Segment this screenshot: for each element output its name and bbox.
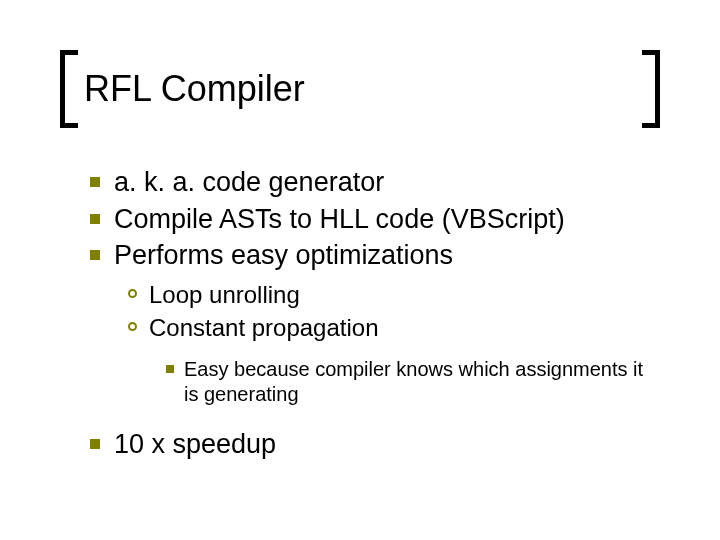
list-item: Easy because compiler knows which assign…	[166, 357, 660, 407]
square-bullet-icon	[90, 250, 100, 260]
bullet-text: a. k. a. code generator	[114, 165, 660, 200]
bullet-text: Constant propagation	[149, 312, 660, 343]
bracket-right-icon	[642, 50, 660, 128]
list-item: a. k. a. code generator	[90, 165, 660, 200]
square-bullet-icon	[90, 177, 100, 187]
list-item: 10 x speedup	[90, 427, 660, 462]
bullet-text: Performs easy optimizations	[114, 238, 660, 273]
bullet-text: Loop unrolling	[149, 279, 660, 310]
title-row: RFL Compiler	[60, 50, 660, 128]
bracket-left-icon	[60, 50, 78, 128]
slide: RFL Compiler a. k. a. code generator Com…	[0, 0, 720, 540]
bullet-text: 10 x speedup	[114, 427, 660, 462]
square-bullet-icon	[166, 365, 174, 373]
circle-bullet-icon	[128, 322, 137, 331]
bullet-text: Compile ASTs to HLL code (VBScript)	[114, 202, 660, 237]
list-item: Loop unrolling	[128, 279, 660, 310]
circle-bullet-icon	[128, 289, 137, 298]
list-item: Performs easy optimizations	[90, 238, 660, 273]
square-bullet-icon	[90, 214, 100, 224]
square-bullet-icon	[90, 439, 100, 449]
bullet-text: Easy because compiler knows which assign…	[184, 357, 660, 407]
slide-title: RFL Compiler	[78, 68, 642, 110]
list-item: Constant propagation	[128, 312, 660, 343]
list-item: Compile ASTs to HLL code (VBScript)	[90, 202, 660, 237]
slide-body: a. k. a. code generator Compile ASTs to …	[90, 165, 660, 464]
